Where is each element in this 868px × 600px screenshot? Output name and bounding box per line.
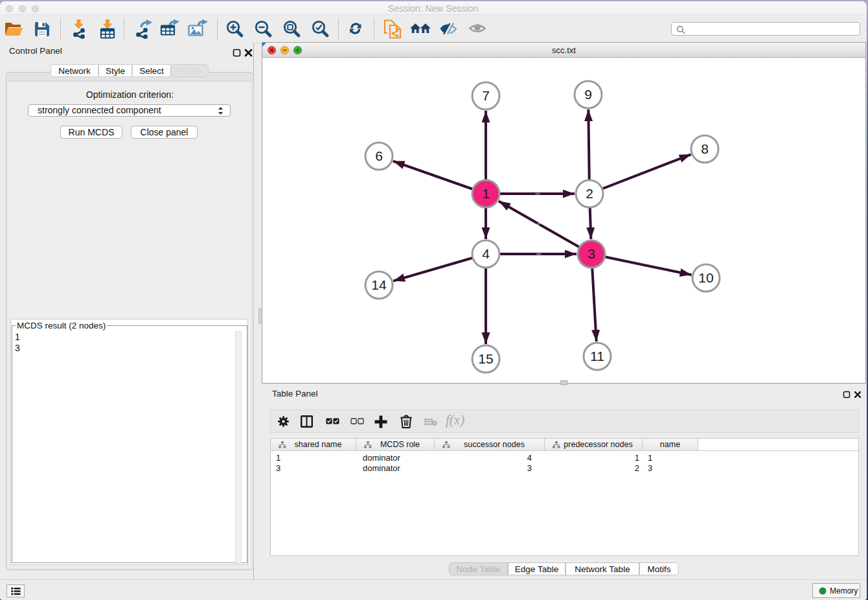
- svg-text:6: 6: [375, 148, 383, 163]
- svg-text:7: 7: [482, 88, 490, 103]
- svg-text:3: 3: [588, 246, 595, 261]
- svg-text:15: 15: [478, 351, 493, 366]
- svg-text:8: 8: [701, 141, 709, 156]
- svg-text:2: 2: [586, 186, 593, 201]
- svg-text:11: 11: [590, 349, 604, 363]
- svg-text:1: 1: [482, 186, 490, 201]
- svg-text:10: 10: [698, 270, 713, 285]
- svg-text:14: 14: [371, 277, 387, 292]
- svg-text:4: 4: [482, 246, 490, 261]
- svg-text:9: 9: [584, 87, 592, 102]
